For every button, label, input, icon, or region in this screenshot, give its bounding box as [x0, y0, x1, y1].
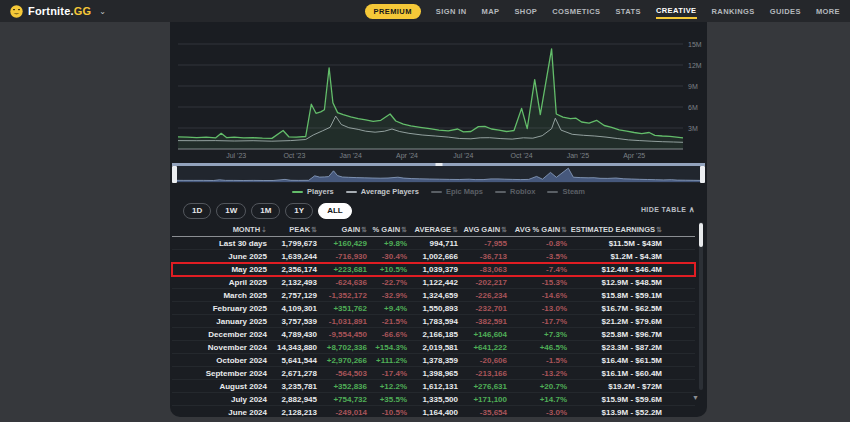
range-buttons: 1D1W1M1YALL: [183, 199, 357, 219]
column-header-month[interactable]: MONTH⇣: [192, 225, 267, 234]
cell-gain_pct: +35.5%: [367, 395, 407, 404]
column-header-gain[interactable]: % GAIN⇅: [367, 225, 407, 234]
cell-avg_gain_pct: -15.3%: [507, 278, 567, 287]
cell-gain: +352,836: [317, 382, 367, 391]
table-row-last-30-days[interactable]: Last 30 days1,799,673+160,429+9.8%994,71…: [172, 237, 695, 250]
cell-average: 1,164,400: [407, 408, 458, 417]
nav-item-sign-in[interactable]: SIGN IN: [436, 7, 467, 16]
brand-logo[interactable]: Fortnite.GG ⌄: [10, 5, 106, 18]
table-row-december-2024[interactable]: December 20244,789,430-9,554,450-66.6%2,…: [172, 328, 695, 341]
nav-item-premium[interactable]: PREMIUM: [365, 4, 421, 19]
hide-table-button[interactable]: HIDE TABLE ∧: [641, 205, 695, 214]
table-row-march-2025[interactable]: March 20252,757,129-1,352,172-32.9%1,324…: [172, 289, 695, 302]
nav-item-cosmetics[interactable]: COSMETICS: [552, 7, 600, 16]
range-button-1w[interactable]: 1W: [216, 203, 246, 219]
table-row-january-2025[interactable]: January 20253,757,539-1,031,891-21.5%1,7…: [172, 315, 695, 328]
column-header-gain[interactable]: GAIN⇅: [317, 225, 367, 234]
legend-item-steam[interactable]: Steam: [547, 187, 585, 196]
table-row-november-2024[interactable]: November 202414,343,880+8,702,336+154.3%…: [172, 341, 695, 354]
nav-item-guides[interactable]: GUIDES: [770, 7, 801, 16]
cell-average: 994,711: [407, 239, 458, 248]
cell-avg_gain_pct: -3.0%: [507, 408, 567, 417]
table-scrollbar-track[interactable]: [699, 222, 703, 390]
cell-peak: 3,235,781: [267, 382, 317, 391]
table-row-september-2024[interactable]: September 20242,671,278-564,503-17.4%1,3…: [172, 367, 695, 380]
table-row-february-2025[interactable]: February 20254,109,301+351,762+9.4%1,550…: [172, 302, 695, 315]
column-header-average[interactable]: AVERAGE⇅: [407, 225, 458, 234]
table-scrollbar-thumb[interactable]: [699, 223, 703, 247]
range-button-1y[interactable]: 1Y: [285, 203, 313, 219]
cell-gain: +8,702,336: [317, 343, 367, 352]
legend-item-average-players[interactable]: Average Players: [346, 187, 419, 196]
nav-item-rankings[interactable]: RANKINGS: [712, 7, 755, 16]
range-button-all[interactable]: ALL: [318, 203, 352, 219]
player-count-chart[interactable]: 3M6M9M12M15MJul '23Oct '23Jan '24Apr '24…: [170, 27, 707, 161]
chevron-down-icon[interactable]: ⌄: [99, 7, 106, 16]
column-label: % GAIN: [373, 225, 401, 234]
nav-item-stats[interactable]: STATS: [615, 7, 640, 16]
table-row-april-2025[interactable]: April 20252,132,493-624,636-22.7%1,122,4…: [172, 276, 695, 289]
nav-item-creative[interactable]: CREATIVE: [656, 3, 697, 19]
cell-month: September 2024: [192, 369, 267, 378]
cell-earnings: $16.4M - $61.5M: [567, 356, 662, 365]
cell-earnings: $25.8M - $96.7M: [567, 330, 662, 339]
table-row-june-2024[interactable]: June 20242,128,213-249,014-10.5%1,164,40…: [172, 406, 695, 416]
cell-month: October 2024: [192, 356, 267, 365]
cell-average: 1,335,500: [407, 395, 458, 404]
cell-month: May 2025: [192, 265, 267, 274]
cell-month: June 2024: [192, 408, 267, 417]
legend-dash-icon: [547, 191, 558, 193]
cell-month: April 2025: [192, 278, 267, 287]
table-header-row: MONTH⇣PEAK⇅GAIN⇅% GAIN⇅AVERAGE⇅AVG GAIN⇅…: [172, 222, 695, 237]
nav-item-more[interactable]: MORE: [816, 7, 840, 16]
range-button-1d[interactable]: 1D: [183, 203, 211, 219]
x-axis-tick: Jul '24: [453, 152, 473, 159]
cell-gain: +351,762: [317, 304, 367, 313]
legend-item-roblox[interactable]: Roblox: [495, 187, 535, 196]
column-header-avg-gain[interactable]: AVG % GAIN⇅: [507, 225, 567, 234]
navigator-handle-right[interactable]: [700, 166, 705, 183]
cell-gain_pct: -17.4%: [367, 369, 407, 378]
cell-gain_pct: -21.5%: [367, 317, 407, 326]
cell-gain_pct: -22.7%: [367, 278, 407, 287]
column-header-estimated-earnings[interactable]: ESTIMATED EARNINGS⇅: [567, 225, 662, 234]
legend-label: Epic Maps: [446, 187, 483, 196]
table-row-june-2025[interactable]: June 20251,639,244-716,930-30.4%1,002,66…: [172, 250, 695, 263]
nav-item-shop[interactable]: SHOP: [514, 7, 537, 16]
legend-label: Players: [307, 187, 334, 196]
cell-avg_gain: -202,217: [458, 278, 507, 287]
y-axis-tick: 9M: [688, 83, 698, 90]
cell-earnings: $23.3M - $87.2M: [567, 343, 662, 352]
cell-peak: 4,789,430: [267, 330, 317, 339]
cell-gain: -716,930: [317, 252, 367, 261]
table-row-august-2024[interactable]: August 20243,235,781+352,836+12.2%1,612,…: [172, 380, 695, 393]
table-row-october-2024[interactable]: October 20245,641,544+2,970,266+111.2%1,…: [172, 354, 695, 367]
column-header-avg-gain[interactable]: AVG GAIN⇅: [458, 225, 507, 234]
nav-item-map[interactable]: MAP: [482, 7, 500, 16]
y-axis-tick: 15M: [688, 41, 702, 48]
legend-item-players[interactable]: Players: [292, 187, 334, 196]
y-axis-tick: 6M: [688, 104, 698, 111]
chart-range-navigator[interactable]: [172, 163, 705, 183]
x-axis-tick: Jan '24: [340, 152, 362, 159]
navigator-handle-left[interactable]: [172, 166, 177, 183]
range-button-1m[interactable]: 1M: [251, 203, 280, 219]
table-body[interactable]: Last 30 days1,799,673+160,429+9.8%994,71…: [170, 237, 707, 416]
scroll-down-icon[interactable]: ▼: [692, 394, 699, 401]
legend-label: Steam: [562, 187, 585, 196]
table-row-may-2025[interactable]: May 20252,356,174+223,681+10.5%1,039,379…: [172, 263, 695, 276]
x-axis-tick: Apr '24: [396, 152, 418, 160]
cell-average: 2,166,185: [407, 330, 458, 339]
brand-title: Fortnite.GG: [28, 5, 91, 17]
cell-gain: -1,031,891: [317, 317, 367, 326]
legend-item-epic-maps[interactable]: Epic Maps: [431, 187, 483, 196]
cell-avg_gain: -20,606: [458, 356, 507, 365]
table-row-july-2024[interactable]: July 20242,882,945+754,732+35.5%1,335,50…: [172, 393, 695, 406]
column-header-peak[interactable]: PEAK⇅: [267, 225, 317, 234]
cell-avg_gain: -232,701: [458, 304, 507, 313]
cell-gain_pct: -32.9%: [367, 291, 407, 300]
cell-peak: 4,109,301: [267, 304, 317, 313]
cell-average: 1,324,659: [407, 291, 458, 300]
cell-earnings: $13.9M - $52.2M: [567, 408, 662, 417]
cell-average: 1,612,131: [407, 382, 458, 391]
